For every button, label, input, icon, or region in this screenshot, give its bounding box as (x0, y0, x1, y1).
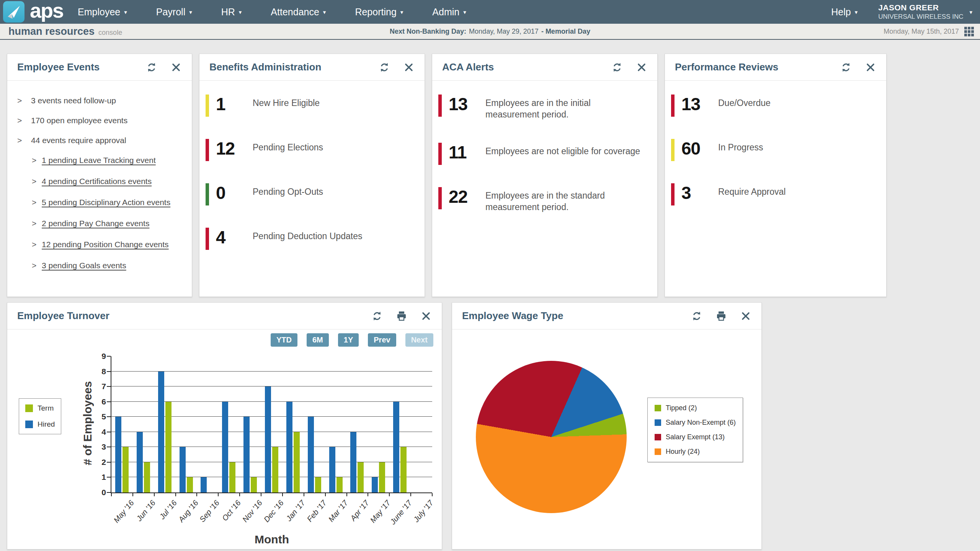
stat-row-pending-elections: 12Pending Elections (206, 138, 417, 161)
y-axis-tick (107, 416, 111, 417)
close-icon[interactable] (636, 62, 647, 73)
subheader: human resources console Next Non-Banking… (0, 24, 980, 40)
stat-row-due-overdue: 13Due/Overdue (671, 94, 879, 117)
event-link[interactable]: 1 pending Leave Tracking event (42, 156, 156, 165)
stat-label: In Progress (718, 142, 763, 153)
stat-row-employees-are-in-the-initial: 13Employees are in the initial measureme… (438, 94, 650, 121)
benefits-stats-list: 1New Hire Eligible12Pending Elections0Pe… (199, 81, 425, 250)
nav-menu-label: Admin (432, 7, 459, 18)
employee-event-item[interactable]: >3 events need follow-up (17, 96, 183, 105)
chevron-right-icon: > (32, 261, 42, 270)
nav-menu-attendance[interactable]: Attendance▾ (271, 7, 326, 18)
aps-logo-text: aps (30, 1, 63, 20)
stat-value: 3 (681, 183, 710, 204)
nav-menu-payroll[interactable]: Payroll▾ (156, 7, 192, 18)
y-axis-tick (107, 356, 111, 357)
refresh-icon[interactable] (146, 62, 157, 73)
employee-event-item[interactable]: >170 open employee events (17, 116, 183, 125)
chevron-down-icon: ▾ (463, 9, 466, 15)
legend-item-tipped: Tipped (2) (655, 404, 736, 412)
stat-value: 11 (449, 142, 478, 163)
nav-menu-reporting[interactable]: Reporting▾ (355, 7, 403, 18)
x-axis-line (111, 492, 432, 493)
stat-accent-bar (206, 139, 209, 161)
stat-label: Pending Opt-Outs (253, 186, 323, 198)
stat-value: 0 (216, 183, 245, 204)
bar-term (379, 462, 385, 492)
bar-term (144, 462, 150, 492)
nav-menu-admin[interactable]: Admin▾ (432, 7, 466, 18)
refresh-icon[interactable] (379, 62, 390, 73)
y-axis-tick (107, 386, 111, 387)
y-axis-tick (107, 492, 111, 493)
legend-label: Salary Exempt (13) (666, 433, 725, 441)
stat-value: 13 (681, 94, 710, 115)
aps-logo[interactable]: aps (3, 1, 63, 23)
chevron-right-icon: > (32, 240, 42, 249)
banking-label: Next Non-Banking Day: (390, 28, 466, 36)
event-text: 44 events require approval (31, 136, 126, 145)
card-actions (840, 62, 876, 73)
page-title: human resources (8, 26, 95, 37)
chevron-down-icon: ▾ (323, 9, 326, 15)
event-link[interactable]: 5 pending Disciplinary Action events (42, 198, 170, 207)
event-text: 170 open employee events (31, 116, 127, 125)
y-axis-tick (107, 447, 111, 447)
stat-row-pending-deduction-updates: 4Pending Deduction Updates (206, 227, 417, 250)
event-link[interactable]: 2 pending Pay Change events (42, 219, 149, 228)
stat-row-employees-are-not-eligible-for-coverage: 11Employees are not eligible for coverag… (438, 142, 650, 165)
x-axis-tick (304, 493, 304, 496)
paper-plane-icon (3, 1, 24, 23)
nav-menu-employee[interactable]: Employee▾ (78, 7, 127, 18)
employee-event-item[interactable]: >1 pending Leave Tracking event (17, 156, 183, 165)
event-link[interactable]: 3 pending Goals events (42, 261, 126, 270)
employee-event-item[interactable]: >2 pending Pay Change events (17, 219, 183, 228)
nav-menu-hr[interactable]: HR▾ (221, 7, 242, 18)
bar-term (358, 462, 364, 492)
card-title: ACA Alerts (442, 61, 494, 73)
top-nav: aps Employee▾Payroll▾HR▾Attendance▾Repor… (0, 0, 980, 24)
user-menu[interactable]: JASON GREER UNIVERSAL WIRELESS INC ▾ (878, 3, 972, 21)
bar-hired (201, 477, 207, 492)
y-axis-line (111, 356, 111, 493)
card-title: Benefits Administration (209, 61, 321, 73)
chevron-down-icon: ▾ (969, 9, 972, 15)
bar-hired (115, 417, 121, 492)
stat-label: New Hire Eligible (253, 98, 320, 109)
event-link[interactable]: 12 pending Position Change events (42, 240, 169, 249)
employee-event-item[interactable]: >3 pending Goals events (17, 261, 183, 270)
event-link[interactable]: 4 pending Certifications events (42, 177, 152, 186)
chevron-down-icon: ▾ (239, 9, 242, 15)
employee-event-item[interactable]: >5 pending Disciplinary Action events (17, 198, 183, 207)
bar-term (400, 447, 407, 492)
card-header: Benefits Administration (199, 54, 425, 81)
card-actions (379, 62, 415, 73)
employee-event-item[interactable]: >12 pending Position Change events (17, 240, 183, 249)
turnover-chart: 0123456789May '16Jun '16Jul '16Aug '16Se… (7, 303, 442, 549)
refresh-icon[interactable] (840, 62, 852, 73)
employee-event-item[interactable]: >44 events require approval (17, 136, 183, 145)
bar-hired (243, 417, 250, 492)
performance-stats-list: 13Due/Overdue60In Progress3Require Appro… (665, 81, 886, 205)
bar-term (272, 447, 278, 492)
nav-menu-label: HR (221, 7, 235, 18)
close-icon[interactable] (865, 62, 876, 73)
x-axis-tick (111, 493, 112, 496)
stat-accent-bar (206, 95, 209, 117)
close-icon[interactable] (403, 62, 415, 73)
card-performance-reviews: Performance Reviews 13Due/Overdue60In Pr… (665, 54, 887, 297)
employee-event-item[interactable]: >4 pending Certifications events (17, 177, 183, 186)
card-actions (611, 62, 647, 73)
close-icon[interactable] (170, 62, 182, 73)
grid-icon[interactable] (964, 27, 974, 36)
help-menu[interactable]: Help ▾ (831, 7, 858, 18)
card-benefits-administration: Benefits Administration 1New Hire Eligib… (199, 54, 425, 297)
x-axis-tick (325, 493, 326, 496)
stat-label: Employees are not eligible for coverage (485, 146, 640, 157)
legend-swatch (655, 419, 661, 426)
stat-accent-bar (206, 228, 209, 250)
bar-hired (350, 432, 356, 492)
y-axis-tick (107, 401, 111, 402)
refresh-icon[interactable] (611, 62, 623, 73)
x-axis-tick (239, 493, 240, 496)
